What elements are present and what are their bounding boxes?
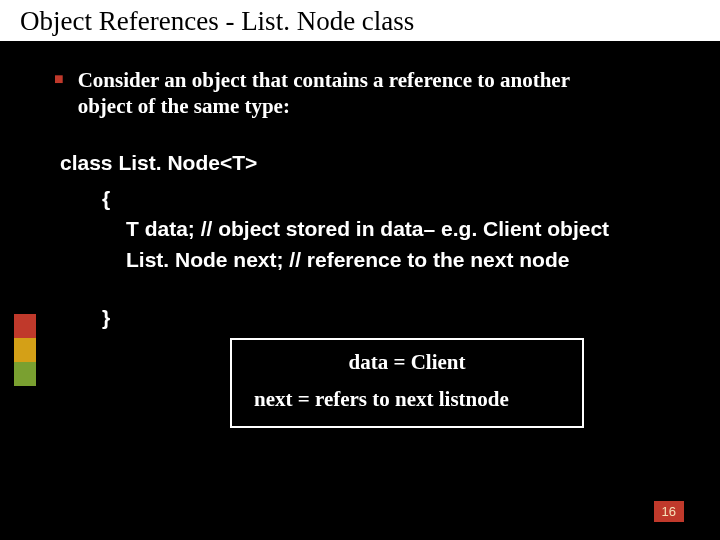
code-line: List. Node next; // reference to the nex… [126,245,680,275]
box-row: next = refers to next listnode [246,387,568,412]
text-frag: object of the same type: [78,94,290,118]
bullet-icon: ■ [54,67,64,120]
info-box: data = Client next = refers to next list… [230,338,584,428]
text-frag: object [192,68,252,92]
page-number: 16 [654,501,684,522]
code-class-decl: class List. Node<T> [60,148,680,178]
bullet-item: ■ Consider an object that contains a ref… [54,67,680,120]
text-frag: Consider an [78,68,192,92]
code-brace-open: { [102,184,680,214]
slide-title: Object References - List. Node class [0,0,720,43]
text-frag: that contains a [252,68,389,92]
code-line: T data; // object stored in data– e.g. C… [126,214,680,244]
box-row: data = Client [246,350,568,375]
code-brace-close: } [102,303,680,333]
text-frag: reference to another [389,68,570,92]
slide-body: ■ Consider an object that contains a ref… [0,43,720,334]
bullet-text: Consider an object that contains a refer… [78,67,570,120]
code-block: class List. Node<T> { T data; // object … [60,148,680,334]
